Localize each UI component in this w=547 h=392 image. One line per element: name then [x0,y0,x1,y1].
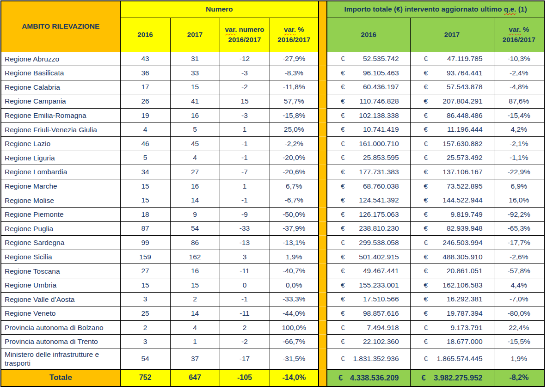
euro-symbol: € [341,111,345,120]
importo-2017-cell: €18.677.000 [410,335,494,349]
table-row: Regione Piemonte189-9-50,0%€126.175.063€… [1,208,544,222]
euro-symbol: € [424,168,428,176]
row-label: Regione Liguria [1,151,120,165]
totale-importo-2017: € 3.982.275.952 [410,369,494,386]
var-numero-cell: 2 [220,320,270,335]
numero-2016-cell: 5 [120,151,170,165]
importo-var-pct-cell: 4,4% [494,278,544,293]
importo-2017-cell-value: 73.522.895 [447,182,483,190]
separator-cell [319,264,327,278]
euro-symbol: € [424,210,428,219]
table-row: Provincia autonoma di Bolzano242100,0%€7… [1,320,544,335]
importo-2017-cell-value: 18.677.000 [447,337,483,346]
var-numero-cell: -1 [220,292,270,306]
euro-symbol: € [341,324,345,332]
importo-2017-cell-value: 19.787.394 [447,309,483,318]
importo-var-pct-cell: 4,2% [494,122,544,137]
var-pct-cell: -20,0% [270,151,319,165]
importo-2017-cell: €25.573.492 [410,151,494,165]
numero-2017-cell: 4 [170,320,220,335]
header-group-row: AMBITO RILEVAZIONE Numero Importo totale… [1,1,544,18]
table-row: Regione Lazio4645-1-2,2%€161.000.710€157… [1,137,544,151]
group-header-numero: Numero [120,1,319,18]
row-label: Regione Marche [1,179,120,193]
separator-cell [319,52,327,66]
separator-cell [319,369,327,386]
table-row: Regione Sicilia15916231,9%€501.402.915€4… [1,250,544,264]
numero-2017-cell: 9 [170,208,220,222]
importo-2017-cell: €11.196.444 [410,122,494,137]
importo-2017-cell-value: 137.106.167 [443,168,482,176]
numero-2017-cell: 16 [170,108,220,122]
euro-symbol: € [341,153,345,162]
table-row: Regione Emilia-Romagna1916-3-15,8%€102.1… [1,108,544,122]
importo-2016-cell-value: 7.494.918 [367,324,399,332]
numero-2016-cell: 15 [120,193,170,208]
euro-symbol: € [424,182,428,190]
column-header-ambito-rilevazione: AMBITO RILEVAZIONE [1,1,120,52]
numero-2016-cell: 19 [120,108,170,122]
numero-2016-cell: 4 [120,122,170,137]
importo-2017-cell: €488.305.910 [410,250,494,264]
numero-2017-cell: 14 [170,193,220,208]
importo-2016-cell: €161.000.710 [327,137,410,151]
var-pct-cell: 100,0% [270,320,319,335]
var-years: 2016/2017 [277,36,310,43]
importo-2017-cell-value: 9.819.749 [451,210,483,219]
totale-label: Totale [1,369,120,386]
var-pct-cell: -31,5% [270,349,319,369]
totale-importo-2016-value: 4.338.536.209 [350,374,399,382]
var-pct-cell: 0,0% [270,278,319,293]
var-pct-cell: -37,9% [270,221,319,236]
var-numero-cell: -3 [220,108,270,122]
row-label: Regione Basilicata [1,66,120,80]
importo-2016-cell: €68.760.038 [327,179,410,193]
importo-2016-cell: €124.541.392 [327,193,410,208]
separator-cell [319,306,327,321]
importo-2017-cell: €86.448.486 [410,108,494,122]
importo-2016-cell-value: 238.810.230 [359,224,399,233]
numero-group-label: Numero [206,5,233,13]
importo-var-pct-cell: 22,4% [494,320,544,335]
importo-2017-cell-value: 11.196.444 [447,125,482,134]
table-row: Regione Puglia8754-33-37,9%€238.810.230€… [1,221,544,236]
importo-2017-cell: €9.819.749 [410,208,494,222]
importo-2017-cell: €246.503.994 [410,236,494,250]
importo-2017-cell: €16.292.381 [410,292,494,306]
importo-2016-cell: €22.102.360 [327,335,410,349]
numero-2017-cell: 15 [170,80,220,94]
importo-2016-cell: €238.810.230 [327,221,410,236]
column-header-numero-2016: 2016 [120,18,170,52]
row-label: Regione Campania [1,94,120,109]
euro-symbol: € [341,224,345,233]
numero-2017-cell: 2 [170,292,220,306]
importo-2017-cell: €93.764.441 [410,66,494,80]
row-label: Regione Valle d’Aosta [1,292,120,306]
table-row: Regione Campania26411557,7%€110.746.828€… [1,94,544,109]
numero-2016-cell: 34 [120,165,170,179]
importo-2016-cell: €126.175.063 [327,208,410,222]
table-row: Regione Friuli-Venezia Giulia45125,0%€10… [1,122,544,137]
euro-symbol: € [424,309,428,318]
euro-symbol: € [341,168,345,176]
separator-cell [319,137,327,151]
var-years: 2016/2017 [228,36,261,43]
year-label: 2017 [444,31,460,38]
var-numero-cell: -2 [220,80,270,94]
numero-2016-cell: 26 [120,94,170,109]
euro-symbol: € [341,267,345,275]
separator-cell [319,122,327,137]
table-row: Regione Marche151616,7%€68.760.038€73.52… [1,179,544,193]
numero-2017-cell: 14 [170,306,220,321]
numero-2016-cell: 15 [120,278,170,293]
importo-var-pct-cell: 16,0% [494,193,544,208]
numero-2017-cell: 54 [170,221,220,236]
numero-2016-cell: 15 [120,179,170,193]
separator-cell [319,108,327,122]
totale-row: Totale 752 647 -105 -14,0% € 4.338.536.2… [1,369,544,386]
row-label: Regione Puglia [1,221,120,236]
importo-2017-cell: €162.106.583 [410,278,494,293]
var-rest: % [298,25,304,33]
euro-symbol: € [424,355,428,363]
var-numero-cell: 15 [220,94,270,109]
